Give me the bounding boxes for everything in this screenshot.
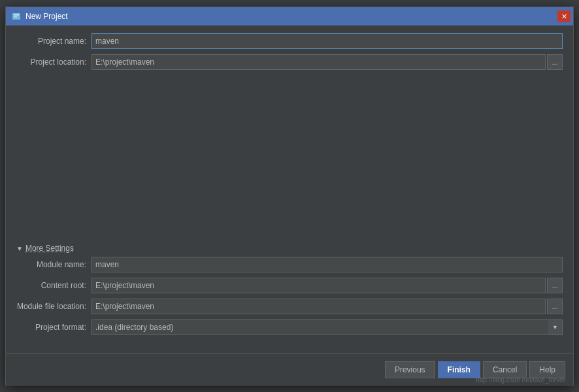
svg-rect-2 (14, 16, 17, 18)
previous-button[interactable]: Previous (385, 361, 435, 378)
content-root-input-wrap: ... (91, 278, 563, 293)
content-root-label: Content root: (16, 281, 91, 290)
help-button[interactable]: Help (529, 361, 565, 378)
more-settings-label: More Settings (25, 244, 74, 253)
module-name-label: Module name: (16, 260, 91, 269)
module-name-input-wrap (91, 257, 563, 272)
svg-rect-1 (14, 14, 19, 16)
more-settings-body: Module name: Content root: ... Module fi… (16, 257, 563, 335)
project-location-browse-button[interactable]: ... (547, 54, 563, 70)
project-name-input-wrap (91, 33, 563, 49)
project-format-select-wrap: .idea (directory based) Eclipse (.projec… (91, 319, 563, 335)
dialog-title: New Project (25, 12, 568, 21)
module-file-location-input[interactable] (91, 299, 546, 314)
project-location-row: Project location: ... (16, 54, 563, 70)
close-button[interactable]: ✕ (557, 10, 571, 22)
project-format-row: Project format: .idea (directory based) … (16, 319, 563, 335)
module-file-location-input-wrap: ... (91, 299, 563, 314)
content-root-row: Content root: ... (16, 278, 563, 293)
dialog-footer: Previous Finish Cancel Help http://blog.… (6, 353, 573, 385)
project-format-select[interactable]: .idea (directory based) Eclipse (.projec… (91, 319, 563, 335)
watermark-text: http://blog.csdn.net/love_forver (476, 376, 565, 384)
content-root-input[interactable] (91, 278, 546, 293)
project-location-label: Project location: (16, 57, 91, 67)
project-format-dropdown-wrap: .idea (directory based) Eclipse (.projec… (91, 319, 563, 335)
title-bar: New Project ✕ (6, 7, 573, 25)
project-name-row: Project name: (16, 33, 563, 49)
content-root-browse-button[interactable]: ... (547, 278, 563, 293)
cancel-button[interactable]: Cancel (483, 361, 527, 378)
project-location-input-wrap: ... (91, 54, 563, 70)
module-name-input[interactable] (91, 257, 563, 272)
finish-button[interactable]: Finish (438, 361, 480, 378)
project-format-label: Project format: (16, 323, 91, 332)
project-name-input[interactable] (91, 33, 563, 49)
dialog-icon (11, 11, 22, 22)
module-file-location-label: Module file location: (16, 302, 91, 311)
dialog-body: Project name: Project location: ... ▼ Mo… (6, 25, 573, 353)
new-project-dialog: New Project ✕ Project name: Project loca… (5, 7, 574, 385)
module-file-location-browse-button[interactable]: ... (547, 299, 563, 314)
more-settings-header[interactable]: ▼ More Settings (16, 244, 563, 253)
module-name-row: Module name: (16, 257, 563, 272)
expand-arrow-icon: ▼ (16, 245, 23, 252)
more-settings-section: ▼ More Settings Module name: Content roo… (16, 244, 563, 340)
module-file-location-row: Module file location: ... (16, 299, 563, 314)
project-location-input[interactable] (91, 54, 546, 70)
project-name-label: Project name: (16, 37, 91, 46)
spacer (16, 75, 563, 244)
